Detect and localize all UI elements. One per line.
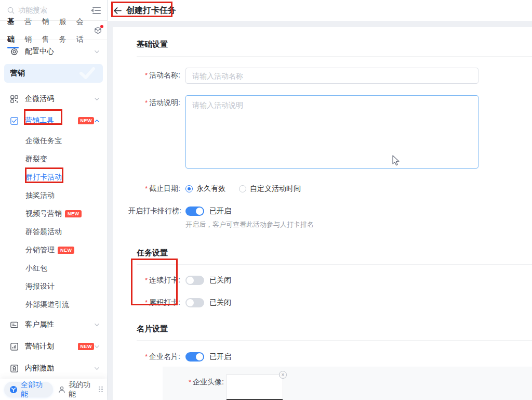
new-badge: NEW	[78, 117, 95, 124]
section-title: 基础设置	[137, 40, 532, 49]
radio-forever[interactable]: 永久有效	[185, 184, 225, 193]
required-mark: *	[189, 378, 191, 386]
section-title: 名片设置	[137, 324, 532, 334]
chevron-up-icon	[94, 118, 100, 124]
section-title: 任务设置	[137, 248, 532, 258]
company-card-panel: *企业头像: 夜莺科技 ×	[163, 367, 532, 400]
field-label: *截止日期:	[128, 182, 180, 193]
sidebar-subitem-red-packet[interactable]: 小红包	[0, 259, 107, 277]
divider	[137, 264, 532, 265]
qr-code-icon	[9, 94, 19, 104]
subitem-label: 群打卡活动	[25, 168, 62, 186]
ranking-toggle[interactable]	[185, 207, 204, 216]
sidebar-item-marketing-tools[interactable]: 营销工具 NEW	[0, 110, 107, 132]
my-features-button[interactable]: 我的功能	[56, 380, 95, 399]
sidebar: 功能搜索 基础 营销 销售 服务 会话 配置中心 营	[0, 0, 108, 400]
back-button[interactable]	[113, 7, 122, 15]
cumulative-checkin-row: *累积打卡: 已关闭	[128, 296, 532, 307]
section-card-settings: 名片设置	[128, 324, 532, 341]
sidebar-footer: 全部功能 我的功能	[0, 379, 107, 400]
toggle-state-label: 已关闭	[209, 298, 231, 307]
all-features-button[interactable]: 全部功能	[4, 382, 53, 397]
sidebar-subitem-poster-design[interactable]: 海报设计	[0, 277, 107, 295]
subitem-label: 抽奖活动	[25, 186, 55, 204]
arrow-left-icon	[113, 7, 122, 15]
sidebar-item-label: 配置中心	[25, 47, 94, 56]
activity-desc-textarea[interactable]	[185, 95, 478, 169]
required-mark: *	[145, 185, 148, 192]
bar-chart-icon	[9, 342, 19, 351]
tab-basic[interactable]: 基础	[7, 12, 19, 48]
sidebar-tabs: 基础 营销 销售 服务 会话	[0, 21, 107, 40]
chevron-down-icon	[94, 322, 100, 328]
radio-label: 自定义活动时间	[250, 184, 301, 193]
close-icon[interactable]: ×	[279, 371, 287, 379]
sidebar-subitem-distribution[interactable]: 分销管理NEW	[0, 241, 107, 259]
required-mark: *	[145, 99, 148, 107]
page-title: 创建打卡任务	[126, 5, 176, 16]
sidebar-item-label: 客户属性	[25, 320, 94, 329]
radio-dot-icon	[185, 185, 193, 192]
sidebar-subitem-group-checkin[interactable]: 群打卡活动	[0, 168, 107, 186]
required-mark: *	[145, 353, 148, 360]
sidebar-item-qiwei-code[interactable]: 企微活码	[0, 88, 107, 110]
ranking-helper-text: 开启后，客户可查看此活动参与人打卡排名	[185, 220, 314, 229]
notification-dot	[100, 25, 103, 28]
toggle-state-label: 已开启	[209, 207, 231, 216]
toggle-state-label: 已开启	[209, 352, 231, 362]
sidebar-subitem-external-channel[interactable]: 外部渠道引流	[0, 295, 107, 314]
chevron-down-icon	[94, 366, 100, 371]
activity-name-row: *活动名称:	[128, 68, 532, 84]
continuous-checkin-toggle[interactable]	[185, 276, 204, 285]
field-label: 开启打卡排行榜:	[128, 204, 180, 216]
globe-icon	[9, 385, 18, 394]
sidebar-subitem-lottery[interactable]: 抽奖活动	[0, 186, 107, 204]
required-mark: *	[145, 276, 148, 284]
form-card: 基础设置 *活动名称: *活动说明: *截止日期: 永久有效 自定义活动时间 开…	[113, 27, 532, 400]
main-content: 创建打卡任务 基础设置 *活动名称: *活动说明: *截止日期: 永久有效 自定…	[108, 0, 532, 400]
all-features-label: 全部功能	[21, 380, 45, 399]
chevron-down-icon	[94, 344, 100, 350]
activity-name-input[interactable]	[185, 68, 478, 84]
workbench-cube-icon[interactable]	[94, 27, 102, 34]
radio-label: 永久有效	[196, 184, 225, 193]
required-mark: *	[145, 299, 148, 306]
tab-marketing[interactable]: 营销	[24, 12, 36, 48]
subitem-label: 群裂变	[25, 150, 47, 168]
company-avatar-upload[interactable]: 夜莺科技 ×	[226, 375, 283, 400]
company-card-toggle[interactable]	[185, 352, 204, 362]
tab-service[interactable]: 服务	[59, 12, 71, 48]
tab-sales[interactable]: 销售	[42, 12, 53, 48]
sidebar-menu: 配置中心 营销 企微活码 营销工具 NEW	[0, 40, 107, 379]
sidebar-item-internal-incentive[interactable]: 内部激励	[0, 357, 107, 379]
sidebar-item-customer-attr[interactable]: 客户属性	[0, 314, 107, 336]
my-features-label: 我的功能	[69, 380, 92, 399]
group-label: 营销	[10, 69, 25, 78]
sidebar-subitem-video-marketing[interactable]: 视频号营销NEW	[0, 204, 107, 223]
required-mark: *	[145, 71, 148, 79]
deadline-row: *截止日期: 永久有效 自定义活动时间	[128, 182, 532, 193]
sidebar-subitem-qiwei-taskbao[interactable]: 企微任务宝	[0, 132, 107, 150]
collapse-sidebar-icon[interactable]	[90, 6, 101, 15]
tab-session[interactable]: 会话	[76, 12, 88, 48]
sidebar-item-label: 企微活码	[25, 94, 94, 104]
chevron-down-icon	[94, 49, 100, 55]
divider	[137, 56, 532, 57]
ranking-row: 开启打卡排行榜: 已开启 开启后，客户可查看此活动参与人打卡排名	[128, 204, 532, 229]
check-watermark-icon	[78, 67, 96, 80]
sidebar-subitem-group-fission[interactable]: 群裂变	[0, 150, 107, 168]
id-card-icon	[9, 320, 19, 329]
section-basic-settings: 基础设置	[128, 27, 532, 57]
sidebar-item-marketing-plan[interactable]: 营销计划 NEW	[0, 336, 107, 357]
toggle-state-label: 已关闭	[209, 276, 231, 285]
sidebar-item-label: 内部激励	[25, 364, 94, 373]
sidebar-subitem-group-quiz[interactable]: 群答题活动	[0, 223, 107, 241]
radio-custom-time[interactable]: 自定义活动时间	[239, 184, 301, 193]
cumulative-checkin-toggle[interactable]	[185, 298, 204, 307]
subitem-label: 小红包	[25, 259, 47, 277]
drag-handle-icon[interactable]	[99, 386, 103, 393]
chevron-down-icon	[94, 96, 100, 102]
company-card-row: *企业名片: 已开启	[128, 350, 532, 362]
field-label: *企业头像:	[182, 375, 224, 400]
person-icon	[58, 386, 65, 393]
